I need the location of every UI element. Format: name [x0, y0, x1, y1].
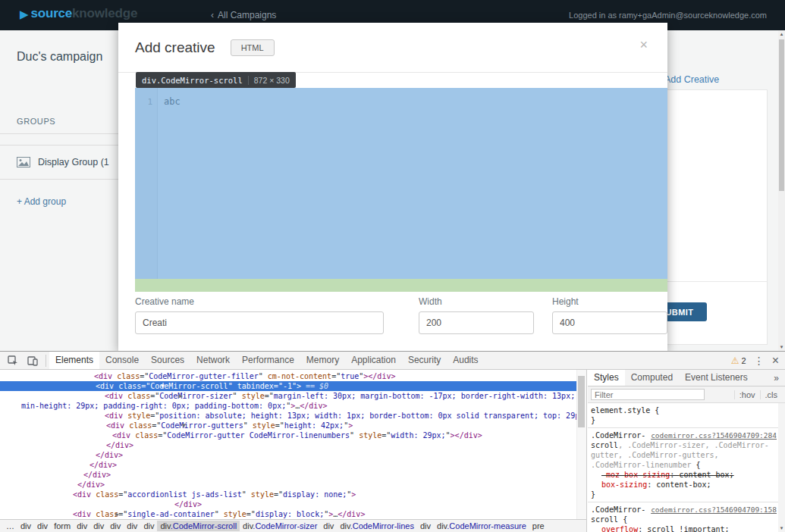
styles-tab-event-listeners[interactable]: Event Listeners	[679, 370, 754, 386]
tree-node[interactable]: <div class="CodeMirror-gutter-filler" cm…	[0, 371, 586, 381]
css-property[interactable]: -moz-box-sizing: content-box;	[591, 470, 777, 480]
styles-scroll-down-icon[interactable]: ▾	[778, 524, 785, 532]
close-icon[interactable]: ×	[639, 38, 648, 52]
breadcrumb-item[interactable]: div	[320, 521, 337, 531]
devtools-tab-console[interactable]: Console	[99, 352, 145, 369]
breadcrumb-item[interactable]: div	[417, 521, 434, 531]
add-group-link[interactable]: + Add group	[17, 196, 66, 207]
devtools-tab-elements[interactable]: Elements	[49, 352, 99, 369]
breadcrumb-item[interactable]: div	[74, 521, 90, 531]
groups-heading: GROUPS	[17, 117, 55, 126]
styles-tab-styles[interactable]: Styles	[588, 370, 625, 386]
tree-node[interactable]: </div>	[0, 440, 586, 450]
elements-pane: <div class="CodeMirror-gutter-filler" cm…	[0, 370, 587, 532]
tree-node[interactable]: <div class="accordionlist js-ads-list" s…	[0, 490, 586, 499]
all-campaigns-link[interactable]: ‹All Campaigns	[211, 10, 276, 20]
styles-tab-computed[interactable]: Computed	[625, 370, 679, 386]
tree-node[interactable]: ▶<div class="CodeMirror-sizer" style="ma…	[0, 391, 586, 411]
tree-node[interactable]: ▼<div class="CodeMirror-scroll" tabindex…	[0, 381, 586, 391]
tree-scrollbar-thumb[interactable]	[578, 376, 585, 427]
warning-count: 2	[742, 356, 746, 365]
collapse-arrow-icon[interactable]: ▼	[86, 381, 165, 391]
stylesheet-link[interactable]: codemirror.css?1546904709:158	[651, 505, 777, 515]
device-toolbar-icon[interactable]	[27, 355, 39, 367]
stylesheet-link[interactable]: codemirror.css?1546904709:284	[651, 430, 777, 440]
back-chevron-icon: ‹	[211, 10, 214, 20]
tree-scrollbar[interactable]	[576, 370, 586, 519]
element-class-button[interactable]: .cls	[760, 390, 783, 399]
breadcrumb-item[interactable]: …	[3, 521, 17, 531]
editor-gutter: 1	[135, 88, 158, 279]
brand-primary: source	[31, 6, 73, 21]
devtools-tab-memory[interactable]: Memory	[300, 352, 345, 369]
breadcrumb-item[interactable]: div.CodeMirror-lines	[337, 521, 417, 531]
style-rule: codemirror.css?1546904709:158.CodeMirror…	[588, 502, 778, 532]
breadcrumb-item[interactable]: form	[51, 521, 74, 531]
styles-filter-input[interactable]	[591, 389, 705, 400]
scroll-up-arrow-icon[interactable]: ▴	[778, 30, 785, 38]
breadcrumb-item[interactable]: div	[140, 521, 157, 531]
html-format-button[interactable]: HTML	[231, 39, 275, 56]
styles-scrollbar[interactable]: ▾	[778, 403, 785, 532]
styles-tabs: StylesComputedEvent Listeners »	[588, 370, 785, 386]
tree-node[interactable]: </div>	[0, 499, 586, 509]
breadcrumb-item[interactable]: div	[90, 521, 107, 531]
style-rule: element.style {}	[588, 403, 778, 428]
styles-sections: element.style {}codemirror.css?154690470…	[588, 403, 778, 532]
tree-node[interactable]: </div>	[0, 460, 586, 470]
play-icon: ▶	[20, 8, 29, 20]
devtools-tab-sources[interactable]: Sources	[145, 352, 190, 369]
tree-node[interactable]: ▼<div class="CodeMirror-gutters" style="…	[0, 421, 586, 430]
css-property[interactable]: box-sizing: content-box;	[591, 480, 777, 490]
tree-node[interactable]: </div>	[0, 470, 586, 480]
tree-node[interactable]: </div>	[0, 450, 586, 460]
elements-tree: <div class="CodeMirror-gutter-filler" cm…	[0, 370, 586, 519]
devtools-tab-audits[interactable]: Audits	[447, 352, 484, 369]
warnings-badge[interactable]: ⚠ 2	[731, 355, 746, 366]
code-editor[interactable]: 1 abc	[135, 88, 667, 279]
inspect-element-icon[interactable]	[7, 355, 19, 367]
expand-arrow-icon[interactable]: ▶	[64, 509, 119, 519]
tooltip-element-name: div.CodeMirror-scroll	[142, 76, 243, 85]
modal-header: Add creative HTML ×	[118, 23, 667, 73]
expand-arrow-icon[interactable]: ▶	[96, 391, 183, 401]
height-field: Height	[552, 296, 667, 334]
devtools-content: <div class="CodeMirror-gutter-filler" cm…	[0, 370, 785, 532]
devtools-tab-network[interactable]: Network	[190, 352, 236, 369]
devtools-tab-performance[interactable]: Performance	[236, 352, 300, 369]
screen: Duc's campaign GROUPS Display Group (1 +…	[0, 0, 785, 532]
devtools-tab-security[interactable]: Security	[402, 352, 447, 369]
breadcrumb-item[interactable]: div.CodeMirror-measure	[434, 521, 529, 531]
brand-secondary: knowledge	[72, 6, 137, 21]
toolbar-separator	[46, 355, 46, 367]
tabs-overflow-icon[interactable]: »	[774, 373, 785, 383]
tree-node[interactable]: <div style="position: absolute; height: …	[0, 411, 586, 421]
scroll-down-arrow-icon[interactable]: ▾	[778, 343, 785, 351]
devtools-menu-icon[interactable]: ⋮	[754, 355, 765, 367]
css-property[interactable]: overflow: scroll !important;	[591, 524, 777, 532]
breadcrumb-item[interactable]: div	[34, 521, 51, 531]
breadcrumb-item[interactable]: div.CodeMirror-sizer	[240, 521, 320, 531]
breadcrumb-item[interactable]: pre	[529, 521, 548, 531]
pseudo-state-button[interactable]: :hov	[734, 390, 760, 399]
breadcrumb-item[interactable]: div	[124, 521, 140, 531]
page-scrollbar[interactable]: ▴ ▾	[778, 30, 785, 351]
tree-node[interactable]: </div>	[0, 480, 586, 490]
tree-node[interactable]: <div class="CodeMirror-gutter CodeMirror…	[0, 430, 586, 440]
devtools-toolbar: ElementsConsoleSourcesNetworkPerformance…	[0, 352, 785, 370]
scrollbar-thumb[interactable]	[779, 39, 784, 191]
logo[interactable]: ▶ source knowledge	[20, 6, 137, 21]
devtools-close-icon[interactable]: ×	[772, 355, 779, 367]
breadcrumb-item[interactable]: div.CodeMirror-scroll	[157, 521, 240, 531]
creative-name-input[interactable]	[135, 311, 384, 334]
add-creative-link[interactable]: Add Creative	[664, 74, 719, 85]
devtools-tab-application[interactable]: Application	[345, 352, 402, 369]
tree-node[interactable]: ▶<div class="single-ad-container" style=…	[0, 509, 586, 519]
breadcrumb-item[interactable]: div	[17, 521, 34, 531]
width-input[interactable]	[419, 311, 534, 334]
breadcrumb-item[interactable]: div	[107, 521, 124, 531]
width-label: Width	[419, 296, 534, 307]
editor-code-text: abc	[164, 96, 181, 107]
height-input[interactable]	[552, 311, 667, 334]
collapse-arrow-icon[interactable]: ▼	[97, 421, 186, 430]
